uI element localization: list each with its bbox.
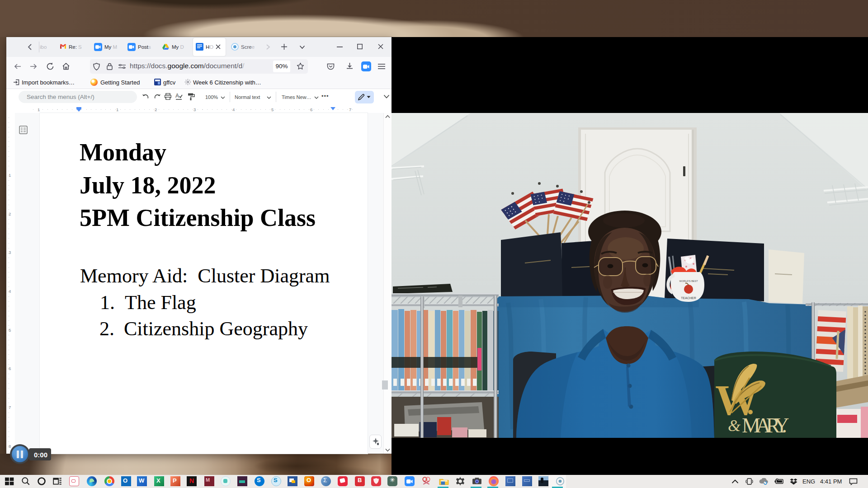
svg-text:TEACHER: TEACHER bbox=[681, 296, 696, 300]
svg-text:WORLD'S BEST: WORLD'S BEST bbox=[679, 280, 698, 282]
svg-text:A: A bbox=[175, 93, 179, 99]
svg-text:MARY.: MARY. bbox=[742, 414, 789, 437]
svg-text:&: & bbox=[728, 417, 741, 435]
